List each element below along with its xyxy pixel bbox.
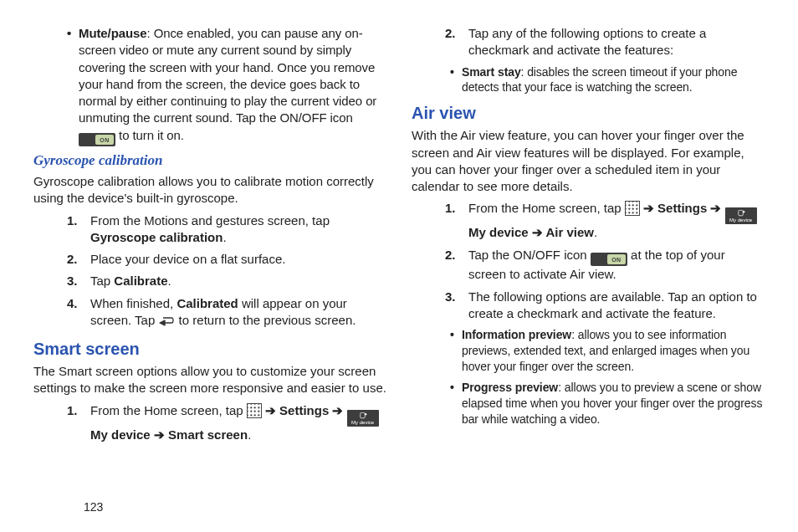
text: Tap [90,274,114,288]
smart-screen-step-1: From the Home screen, tap ➔ Settings ➔ M… [90,402,386,443]
mute-pause-text-before: : Once enabled, you can pause any on-scr… [79,26,376,125]
svg-point-1 [365,413,366,415]
text: From the Motions and gestures screen, ta… [90,213,330,228]
page-number: 123 [33,499,765,515]
air-view-step-3: The following options are available. Tap… [468,289,765,323]
smart-stay-list: Smart stay: disables the screen timeout … [412,64,765,96]
text: . [168,274,171,288]
air-view-label: Air view [546,225,595,239]
gyroscope-calibration-label: Gyroscope calibration [90,230,223,244]
text: . [223,230,226,244]
arrow-icon: ➔ [329,403,346,417]
gyroscope-steps: From the Motions and gestures screen, ta… [33,212,386,332]
gyroscope-step-2: Place your device on a flat surface. [90,251,386,268]
mute-pause-item: Mute/pause: Once enabled, you can pause … [79,25,386,146]
my-device-label: My device [468,225,529,239]
page: Mute/pause: Once enabled, you can pause … [0,0,798,532]
gyroscope-step-3: Tap Calibrate. [90,273,386,289]
back-icon [158,315,175,331]
mute-pause-term: Mute/pause [79,26,147,40]
on-off-icon: ON [79,133,115,146]
on-off-slider: ON [607,254,626,264]
air-view-options: Information preview: allows you to see i… [412,327,765,427]
mute-pause-text-after: to turn it on. [115,128,184,142]
svg-rect-2 [739,211,744,216]
text: From the Home screen, tap [90,403,247,417]
text: to return to the previous screen. [175,313,356,327]
on-off-slider: ON [95,135,114,145]
smart-screen-heading: Smart screen [33,338,386,361]
gyroscope-step-1: From the Motions and gestures screen, ta… [90,212,386,247]
air-view-heading: Air view [412,102,765,125]
my-device-icon: My device [347,410,379,427]
text: From the Home screen, tap [468,201,625,215]
on-off-icon: ON [591,253,627,266]
arrow-icon: ➔ [707,201,724,215]
arrow-icon: ➔ [640,201,657,215]
smart-screen-step-2: Tap any of the following options to crea… [468,25,765,59]
my-device-label: My device [90,427,151,442]
air-view-step-2: Tap the ON/OFF icon ON at the top of you… [468,247,765,284]
my-device-caption: My device [729,217,752,223]
settings-label: Settings [657,201,707,215]
gyroscope-step-4: When finished, Calibrated will appear on… [90,295,386,332]
arrow-icon: ➔ [262,403,279,417]
smart-stay-term: Smart stay [462,65,521,79]
information-preview-term: Information preview [462,328,571,341]
settings-label: Settings [279,403,329,417]
gyroscope-heading: Gyroscope calibration [33,151,386,171]
calibrate-label: Calibrate [114,274,167,288]
information-preview-item: Information preview: allows you to see i… [462,327,765,375]
arrow-icon: ➔ [151,427,168,442]
smart-screen-steps: From the Home screen, tap ➔ Settings ➔ M… [33,402,386,443]
text: Tap the ON/OFF icon [468,248,591,262]
smart-stay-item: Smart stay: disables the screen timeout … [462,64,765,96]
smart-screen-intro: The Smart screen options allow you to cu… [33,363,386,397]
arrow-icon: ➔ [529,225,546,239]
air-view-intro: With the Air view feature, you can hover… [412,127,765,195]
air-view-steps: From the Home screen, tap ➔ Settings ➔ M… [412,200,765,322]
svg-point-3 [743,211,744,212]
progress-preview-term: Progress preview [462,381,558,394]
text: . [248,427,251,442]
my-device-icon: My device [725,207,757,224]
left-column: Mute/pause: Once enabled, you can pause … [33,23,386,499]
calibrated-label: Calibrated [176,296,238,310]
gyroscope-intro: Gyroscope calibration allows you to cali… [33,173,386,207]
progress-preview-item: Progress preview: allows you to preview … [462,380,765,427]
svg-rect-0 [361,412,366,417]
my-device-caption: My device [351,419,374,426]
apps-icon [625,201,640,216]
apps-icon [247,403,262,418]
smart-screen-label: Smart screen [168,427,248,442]
columns: Mute/pause: Once enabled, you can pause … [33,23,765,499]
smart-screen-steps-cont: Tap any of the following options to crea… [412,25,765,59]
text: . [594,225,597,239]
right-column: Tap any of the following options to crea… [412,23,765,499]
mute-pause-bullet-list: Mute/pause: Once enabled, you can pause … [33,25,386,146]
air-view-step-1: From the Home screen, tap ➔ Settings ➔ M… [468,200,765,241]
text: When finished, [90,296,176,310]
